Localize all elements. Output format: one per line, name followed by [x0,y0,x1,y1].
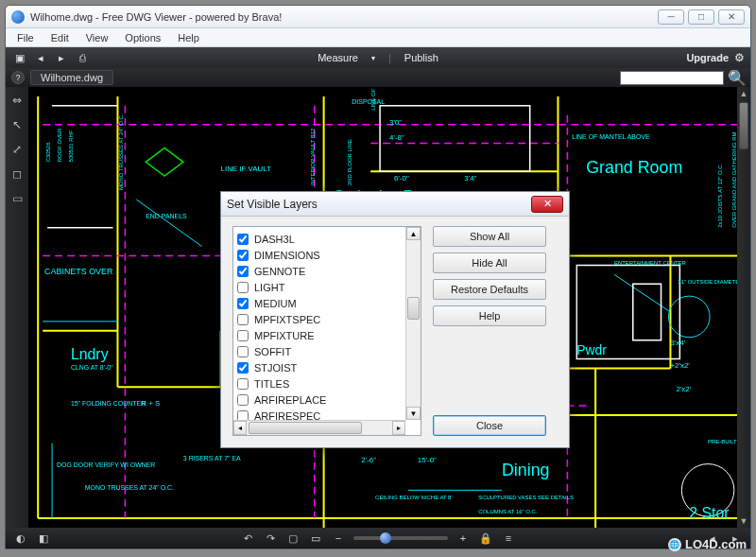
vertical-scrollbar[interactable]: ▲ ▼ [737,87,750,528]
side-toolbar: ⇔ ↖ ⤢ ◻ ▭ [6,87,28,528]
label-end-panels: END PANELS [146,213,187,219]
footer-toolbar: ◐ ◧ ↶ ↷ ▢ ▭ − + 🔒 ≡ ◂ ▸ [6,528,750,548]
help-icon[interactable]: ? [11,71,25,84]
layer-list-hthumb[interactable] [249,422,362,434]
select-tool-icon[interactable]: ◻ [9,166,25,182]
dialog-close-x-button[interactable]: ✕ [531,196,563,213]
label-dim-2x2-1: +2'x2' [670,361,690,370]
layer-row[interactable]: SOFFIT [235,343,404,359]
label-mantel: LINE OF MANTEL ABOVE [572,133,650,140]
layer-checkbox[interactable] [237,266,249,277]
layer-row[interactable]: MEDIUM [235,295,404,311]
toolbar-dropdown-arrow-icon[interactable]: ▾ [368,54,379,62]
layer-row[interactable]: DIMENSIONS [235,247,404,263]
settings-icon[interactable]: ⚙ [734,51,745,64]
layer-row[interactable]: LIGHT [235,279,404,295]
layer-checkbox[interactable] [237,378,249,390]
open-icon[interactable]: ▣ [11,50,28,65]
zoom-out-icon[interactable]: − [331,531,346,546]
pointer-tool-icon[interactable]: ↖ [9,117,25,132]
layer-row[interactable]: MPFIXTSPEC [235,311,404,327]
print-icon[interactable]: ⎙ [74,50,91,65]
layer-name-label: SOFFIT [254,346,291,357]
layer-list-vthumb[interactable] [407,297,420,320]
layer-checkbox[interactable] [237,298,249,309]
layer-checkbox[interactable] [237,250,249,261]
hide-all-button[interactable]: Hide All [433,252,546,273]
zoom-slider[interactable] [353,536,448,540]
layer-checkbox[interactable] [237,282,249,293]
layer-row[interactable]: TITLES [235,375,404,392]
label-interior-vault: INTERIOR VAULT B12 [310,129,316,185]
dialog-titlebar[interactable]: Set Visible Layers ✕ [221,192,569,217]
pan-tool-icon[interactable]: ⇔ [9,93,25,108]
scroll-down-icon[interactable]: ▼ [738,514,749,528]
rotate-ccw-icon[interactable]: ↶ [240,531,255,546]
close-window-button[interactable]: ✕ [718,9,745,25]
layer-checkbox[interactable] [237,394,249,406]
restore-defaults-button[interactable]: Restore Defaults [433,279,546,300]
layer-name-label: TITLES [254,378,289,390]
upgrade-button[interactable]: Upgrade [686,52,729,63]
back-icon[interactable]: ◂ [32,50,49,65]
scroll-thumb[interactable] [739,102,748,149]
help-button[interactable]: Help [433,305,546,326]
main-toolbar: ▣ ◂ ▸ ⎙ Measure ▾ | Publish Upgrade ⚙ [6,47,750,68]
prev-view-icon[interactable]: ◂ [705,531,720,546]
contrast-icon[interactable]: ◐ [13,531,28,546]
search-icon[interactable]: 🔍 [730,70,745,85]
layer-checkbox[interactable] [237,330,249,341]
layer-list-vscroll[interactable]: ▲ ▼ [405,227,421,420]
menu-file[interactable]: File [9,30,42,45]
search-input[interactable] [620,71,724,85]
layer-row[interactable]: ARFIREPLACE [235,392,404,408]
scroll-left-arrow-icon[interactable]: ◂ [233,421,247,435]
label-two-stor: 2 Stor [689,505,730,521]
maximize-button[interactable]: □ [688,9,714,25]
menu-options[interactable]: Options [117,30,168,45]
scroll-up-arrow-icon[interactable]: ▲ [406,227,421,240]
menu-help[interactable]: Help [170,30,207,45]
forward-icon[interactable]: ▸ [53,50,70,65]
minimize-button[interactable]: ─ [658,9,684,25]
menu-edit[interactable]: Edit [43,30,77,45]
layer-checkbox[interactable] [237,234,249,245]
layer-list-hscroll[interactable]: ◂ ▸ [233,420,405,435]
layer-name-label: GENNOTE [254,266,305,277]
region-tool-icon[interactable]: ▭ [9,191,25,206]
layer-checkbox[interactable] [237,346,249,357]
layers-icon[interactable]: ≡ [501,531,516,546]
menu-view[interactable]: View [78,30,116,45]
close-button[interactable]: Close [433,415,546,436]
set-visible-layers-dialog: Set Visible Layers ✕ DASH3LDIMENSIONSGEN… [220,191,570,448]
color-toggle-icon[interactable]: ◧ [36,531,51,546]
zoom-slider-thumb[interactable] [380,532,391,544]
next-view-icon[interactable]: ▸ [728,531,743,546]
show-all-button[interactable]: Show All [433,226,546,247]
lock-zoom-icon[interactable]: 🔒 [478,531,493,546]
measure-button[interactable]: Measure [314,52,362,63]
layer-row[interactable]: MPFIXTURE [235,327,404,343]
rotate-cw-icon[interactable]: ↷ [263,531,278,546]
layer-row[interactable]: STJOIST [235,359,404,375]
publish-button[interactable]: Publish [401,52,442,63]
layer-row[interactable]: GENNOTE [235,263,404,279]
scroll-up-icon[interactable]: ▲ [738,87,749,100]
document-tab[interactable]: Wilhome.dwg [30,70,113,85]
label-clng: CLNG AT 8'-0" [71,364,113,371]
label-dining: Dining [502,461,550,479]
layer-checkbox[interactable] [237,362,249,374]
layer-checkbox[interactable] [237,314,249,325]
label-dim-30: 3'0" [389,118,402,127]
label-over-grand: OVER GRAND AND GATHERING RM [731,132,737,228]
zoom-in-icon[interactable]: + [455,531,471,546]
scroll-down-arrow-icon[interactable]: ▼ [406,407,421,420]
layer-row[interactable]: DASH3L [235,231,404,247]
tabbar: ? Wilhome.dwg 🔍 [6,68,750,87]
fit-page-icon[interactable]: ▢ [285,531,301,546]
label-dim-26: 2'-6" [361,456,376,464]
scroll-right-arrow-icon[interactable]: ▸ [392,421,405,435]
fit-width-icon[interactable]: ▭ [308,531,323,546]
window-title: Wilhome.dwg - Free DWG Viewer - powered … [30,11,282,23]
zoom-tool-icon[interactable]: ⤢ [9,142,25,157]
